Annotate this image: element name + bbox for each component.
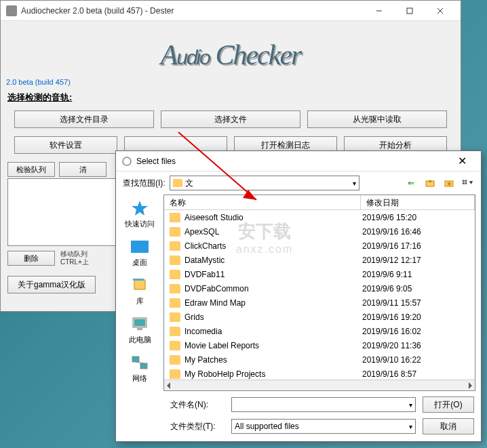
file-rows[interactable]: Aiseesoft Studio2019/9/6 15:20ApexSQL201…: [164, 210, 475, 380]
horizontal-scrollbar[interactable]: [164, 380, 475, 390]
filetype-label: 文件类型(T):: [170, 421, 225, 432]
chevron-down-icon: ▾: [409, 401, 412, 409]
dialog-body: 快速访问 桌面 库 此电脑 网络 名称 修改日期: [116, 195, 481, 391]
folder-icon: [170, 355, 180, 365]
svg-rect-19: [134, 319, 145, 326]
file-date: 2019/9/12 12:17: [362, 256, 475, 265]
file-list: 名称 修改日期 Aiseesoft Studio2019/9/6 15:20Ap…: [163, 195, 475, 391]
folder-icon: [170, 284, 180, 293]
folder-icon: [170, 341, 180, 350]
svg-point-6: [123, 157, 131, 165]
file-date: 2019/9/6 15:20: [362, 213, 475, 222]
place-this-pc[interactable]: 此电脑: [129, 314, 151, 345]
file-row[interactable]: Incomedia2019/9/16 16:02: [164, 324, 475, 338]
view-menu-icon[interactable]: [462, 177, 474, 189]
lookin-row: 查找范围(I): 文 ▾ ⇐ ✱: [116, 171, 481, 195]
filetype-row: 文件类型(T): All supported files▾ 取消: [170, 418, 474, 434]
place-network[interactable]: 网络: [129, 353, 151, 384]
file-name: Incomedia: [184, 327, 362, 336]
chevron-down-icon: ▾: [353, 180, 356, 187]
back-icon[interactable]: ⇐: [405, 177, 417, 189]
file-date: 2019/9/6 9:11: [362, 270, 475, 279]
computer-icon: [129, 314, 151, 333]
svg-rect-10: [463, 180, 465, 182]
col-date-header[interactable]: 修改日期: [361, 195, 475, 209]
delete-button[interactable]: 删除: [7, 251, 55, 266]
file-row[interactable]: My RoboHelp Projects2019/9/16 8:57: [164, 367, 475, 380]
open-button[interactable]: 打开(O): [423, 396, 474, 413]
file-row[interactable]: Grids2019/9/16 19:20: [164, 310, 475, 324]
file-row[interactable]: My Patches2019/9/10 16:22: [164, 352, 475, 367]
dialog-bottom: 文件名(N): ▾ 打开(O) 文件类型(T): All supported f…: [116, 391, 481, 441]
up-icon[interactable]: [424, 177, 436, 189]
folder-icon: [173, 179, 182, 187]
place-quick-access[interactable]: 快速访问: [125, 199, 155, 229]
version-text: 2.0 beta (build 457): [6, 78, 71, 86]
file-date: 2019/9/16 16:46: [362, 227, 475, 237]
lookin-combo[interactable]: 文 ▾: [170, 176, 359, 190]
nav-icons: ⇐ ✱: [405, 177, 474, 189]
file-name: Aiseesoft Studio: [184, 213, 362, 222]
svg-rect-21: [132, 357, 139, 362]
desktop-icon: [129, 237, 151, 256]
svg-rect-15: [131, 241, 149, 253]
filetype-combo[interactable]: All supported files▾: [231, 419, 416, 434]
settings-button[interactable]: 软件设置: [14, 136, 117, 154]
file-row[interactable]: Edraw Mind Map2019/9/11 15:57: [164, 296, 475, 310]
file-list-header: 名称 修改日期: [164, 195, 475, 210]
filename-row: 文件名(N): ▾ 打开(O): [170, 396, 474, 413]
file-row[interactable]: ApexSQL2019/9/16 16:46: [164, 224, 475, 239]
read-cd-button[interactable]: 从光驱中读取: [307, 110, 447, 128]
file-row[interactable]: DVDFabCommon2019/9/6 9:05: [164, 281, 475, 296]
maximize-button[interactable]: [394, 1, 425, 20]
section-label: 选择检测的音轨:: [1, 89, 461, 106]
app-icon: [6, 5, 17, 16]
new-folder-icon[interactable]: ✱: [443, 177, 455, 189]
cancel-button[interactable]: 取消: [423, 418, 474, 434]
file-row[interactable]: Movie Label Reports2019/9/20 11:36: [164, 338, 475, 352]
folder-icon: [170, 213, 180, 222]
file-date: 2019/9/16 8:57: [362, 369, 475, 379]
file-row[interactable]: Aiseesoft Studio2019/9/6 15:20: [164, 210, 475, 224]
hint-text: 移动队列 CTRL+上: [60, 250, 89, 266]
lookin-label: 查找范围(I):: [123, 178, 165, 189]
svg-rect-16: [134, 280, 145, 289]
minimize-button[interactable]: [364, 1, 394, 20]
about-button[interactable]: 关于gamma汉化版: [7, 276, 96, 293]
library-icon: [129, 276, 151, 295]
file-row[interactable]: DVDFab112019/9/6 9:11: [164, 267, 475, 281]
file-date: 2019/9/6 9:05: [362, 284, 475, 293]
button-row-1: 选择文件目录 选择文件 从光驱中读取: [1, 106, 461, 132]
dialog-close-button[interactable]: ✕: [448, 152, 475, 171]
clear-tab[interactable]: 清: [59, 162, 106, 177]
select-file-button[interactable]: 选择文件: [161, 110, 300, 128]
title-bar: Audiochecker 2.0 beta (build 457) - Dest…: [1, 1, 461, 21]
logo-text: Audio Checker: [161, 39, 301, 71]
file-date: 2019/9/11 15:57: [362, 298, 475, 308]
file-name: Grids: [184, 312, 362, 322]
file-row[interactable]: DataMystic2019/9/12 12:17: [164, 253, 475, 267]
folder-icon: [170, 312, 180, 322]
file-name: ApexSQL: [184, 227, 362, 237]
file-date: 2019/9/20 11:36: [362, 341, 475, 350]
folder-icon: [170, 270, 180, 279]
filename-input[interactable]: ▾: [231, 397, 416, 412]
filename-label: 文件名(N):: [170, 399, 225, 411]
file-row[interactable]: ClickCharts2019/9/16 17:16: [164, 239, 475, 253]
close-button[interactable]: [425, 1, 455, 20]
svg-rect-20: [137, 328, 142, 330]
file-name: My Patches: [184, 355, 362, 365]
svg-rect-22: [140, 363, 147, 369]
folder-icon: [170, 256, 180, 265]
col-name-header[interactable]: 名称: [164, 195, 361, 209]
place-desktop[interactable]: 桌面: [129, 237, 151, 268]
svg-rect-1: [407, 8, 412, 14]
network-icon: [129, 353, 151, 372]
file-name: My RoboHelp Projects: [184, 369, 362, 379]
file-date: 2019/9/16 17:16: [362, 241, 475, 251]
place-library[interactable]: 库: [129, 276, 151, 306]
svg-rect-12: [463, 182, 465, 184]
select-folder-button[interactable]: 选择文件目录: [14, 110, 154, 128]
check-queue-tab[interactable]: 检验队列: [7, 162, 55, 177]
lookin-value: 文: [185, 178, 193, 189]
